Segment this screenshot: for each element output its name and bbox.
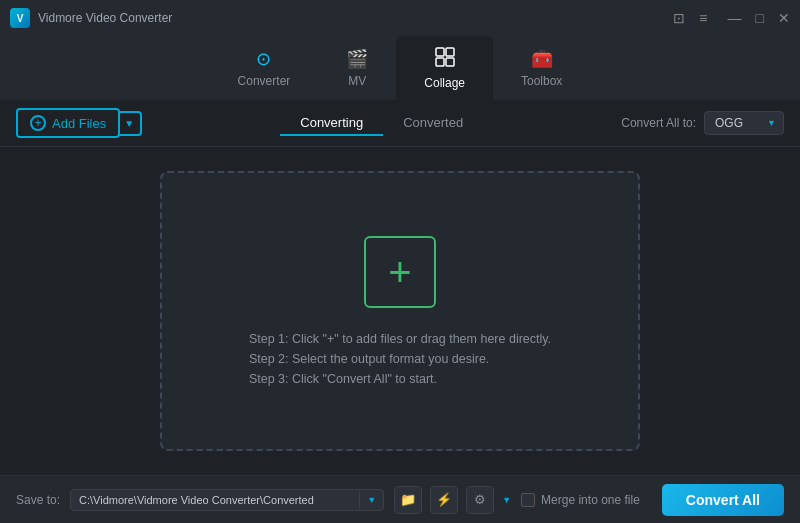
main-content: + Step 1: Click "+" to add files or drag…: [0, 147, 800, 475]
convert-all-to-label: Convert All to:: [621, 116, 696, 130]
toolbox-tab-icon: 🧰: [531, 48, 553, 70]
instruction-step3: Step 3: Click "Convert All" to start.: [249, 372, 551, 386]
save-to-label: Save to:: [16, 493, 60, 507]
extra-icon-grid[interactable]: ⊡: [673, 10, 685, 26]
lightning-icon: ⚡: [436, 492, 452, 507]
mv-tab-icon: 🎬: [346, 48, 368, 70]
tab-collage[interactable]: Collage: [396, 36, 493, 100]
instructions-panel: Step 1: Click "+" to add files or drag t…: [249, 332, 551, 386]
tab-toolbox[interactable]: 🧰 Toolbox: [493, 36, 590, 100]
folder-icon: 📁: [400, 492, 416, 507]
plus-sign-icon: +: [388, 252, 411, 292]
sub-tab-converted[interactable]: Converted: [383, 111, 483, 136]
converter-tab-label: Converter: [238, 74, 291, 88]
bottom-icon-group: 📁 ⚡ ⚙ ▼: [394, 486, 511, 514]
sub-tab-group: Converting Converted: [280, 111, 483, 136]
instruction-step2: Step 2: Select the output format you des…: [249, 352, 551, 366]
close-button[interactable]: ✕: [778, 10, 790, 26]
gear-icon: ⚙: [474, 492, 486, 507]
add-files-button[interactable]: + Add Files: [16, 108, 120, 138]
settings-button[interactable]: ⚙: [466, 486, 494, 514]
save-path-input[interactable]: [71, 490, 359, 510]
title-bar: V Vidmore Video Converter ⊡ ≡ — □ ✕: [0, 0, 800, 36]
tab-mv[interactable]: 🎬 MV: [318, 36, 396, 100]
svg-rect-1: [446, 48, 454, 56]
merge-checkbox-area: Merge into one file: [521, 493, 640, 507]
mv-tab-label: MV: [348, 74, 366, 88]
add-files-dropdown-button[interactable]: ▼: [118, 111, 142, 136]
merge-label: Merge into one file: [541, 493, 640, 507]
collage-tab-label: Collage: [424, 76, 465, 90]
merge-checkbox[interactable]: [521, 493, 535, 507]
save-path-dropdown-button[interactable]: ▼: [359, 491, 383, 509]
add-plus-circle: +: [30, 115, 46, 131]
add-files-label: Add Files: [52, 116, 106, 131]
lightning-button[interactable]: ⚡: [430, 486, 458, 514]
tab-converter[interactable]: ⊙ Converter: [210, 36, 319, 100]
drop-zone[interactable]: + Step 1: Click "+" to add files or drag…: [160, 171, 640, 451]
nav-bar: ⊙ Converter 🎬 MV Collage 🧰 Toolbox: [0, 36, 800, 100]
settings-dropdown-arrow[interactable]: ▼: [502, 495, 511, 505]
convert-all-button[interactable]: Convert All: [662, 484, 784, 516]
svg-rect-2: [436, 58, 444, 66]
svg-rect-0: [436, 48, 444, 56]
bottom-bar: Save to: ▼ 📁 ⚡ ⚙ ▼ Merge into one file C…: [0, 475, 800, 523]
svg-rect-3: [446, 58, 454, 66]
toolbox-tab-label: Toolbox: [521, 74, 562, 88]
app-logo: V: [10, 8, 30, 28]
format-select-wrapper[interactable]: OGG MP4 AVI MKV MOV MP3 AAC: [704, 111, 784, 135]
add-files-plus-box[interactable]: +: [364, 236, 436, 308]
title-bar-left: V Vidmore Video Converter: [10, 8, 172, 28]
sub-tab-converting[interactable]: Converting: [280, 111, 383, 136]
open-folder-button[interactable]: 📁: [394, 486, 422, 514]
toolbar: + Add Files ▼ Converting Converted Conve…: [0, 100, 800, 147]
maximize-button[interactable]: □: [756, 10, 764, 26]
save-path-wrapper[interactable]: ▼: [70, 489, 384, 511]
title-bar-controls[interactable]: ⊡ ≡ — □ ✕: [673, 10, 790, 26]
converter-tab-icon: ⊙: [256, 48, 271, 70]
collage-tab-icon: [435, 47, 455, 72]
minimize-button[interactable]: —: [728, 10, 742, 26]
format-select[interactable]: OGG MP4 AVI MKV MOV MP3 AAC: [704, 111, 784, 135]
app-title: Vidmore Video Converter: [38, 11, 172, 25]
instruction-step1: Step 1: Click "+" to add files or drag t…: [249, 332, 551, 346]
extra-icon-menu[interactable]: ≡: [699, 10, 707, 26]
